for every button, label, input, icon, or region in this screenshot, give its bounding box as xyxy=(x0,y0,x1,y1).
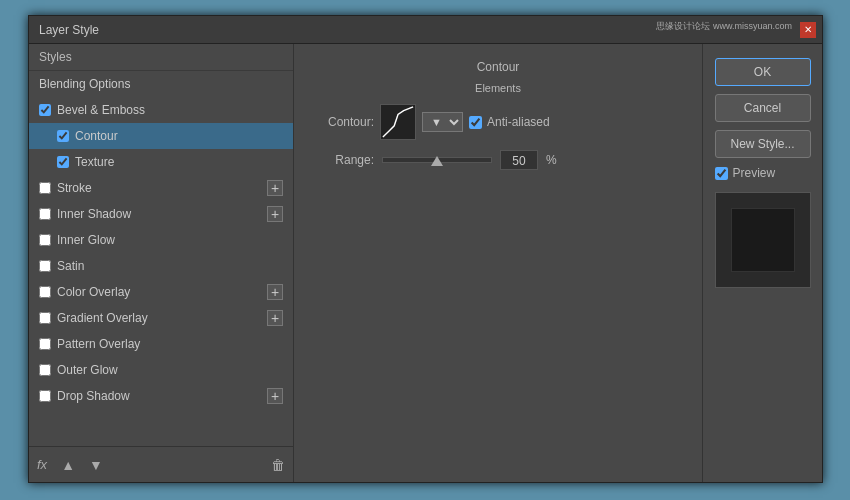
blending-options-label: Blending Options xyxy=(39,77,283,91)
section-title: Contour xyxy=(314,60,682,74)
range-slider-track[interactable] xyxy=(382,157,492,163)
pattern-overlay-checkbox[interactable] xyxy=(39,338,51,350)
range-slider-thumb xyxy=(431,156,443,166)
anti-alias-row: Anti-aliased xyxy=(469,115,550,129)
range-slider-container xyxy=(382,157,492,163)
color-overlay-checkbox[interactable] xyxy=(39,286,51,298)
inner-shadow-plus-button[interactable]: + xyxy=(267,206,283,222)
color-overlay-label: Color Overlay xyxy=(57,285,267,299)
new-style-button[interactable]: New Style... xyxy=(715,130,811,158)
drop-shadow-checkbox[interactable] xyxy=(39,390,51,402)
gradient-overlay-checkbox[interactable] xyxy=(39,312,51,324)
dialog-body: Styles Blending Options Bevel & Emboss C… xyxy=(29,44,822,482)
inner-shadow-label: Inner Shadow xyxy=(57,207,267,221)
contour-field-label: Contour: xyxy=(314,115,374,129)
inner-glow-checkbox[interactable] xyxy=(39,234,51,246)
close-button[interactable]: ✕ xyxy=(800,22,816,38)
sidebar-item-pattern-overlay[interactable]: Pattern Overlay xyxy=(29,331,293,357)
layer-style-dialog: Layer Style 思缘设计论坛 www.missyuan.com ✕ St… xyxy=(28,15,823,483)
contour-thumbnail[interactable] xyxy=(380,104,416,140)
drop-shadow-label: Drop Shadow xyxy=(57,389,267,403)
outer-glow-checkbox[interactable] xyxy=(39,364,51,376)
title-bar: Layer Style 思缘设计论坛 www.missyuan.com ✕ xyxy=(29,16,822,44)
bevel-emboss-checkbox[interactable] xyxy=(39,104,51,116)
cancel-button[interactable]: Cancel xyxy=(715,94,811,122)
texture-label: Texture xyxy=(75,155,283,169)
sidebar-item-gradient-overlay[interactable]: Gradient Overlay + xyxy=(29,305,293,331)
sidebar-item-inner-glow[interactable]: Inner Glow xyxy=(29,227,293,253)
range-row: Range: 50 % xyxy=(314,150,682,170)
outer-glow-label: Outer Glow xyxy=(57,363,283,377)
preview-inner xyxy=(731,208,795,272)
gradient-overlay-label: Gradient Overlay xyxy=(57,311,267,325)
bottom-toolbar: fx ▲ ▼ 🗑 xyxy=(29,446,293,482)
preview-checkbox[interactable] xyxy=(715,167,728,180)
sidebar-item-satin[interactable]: Satin xyxy=(29,253,293,279)
range-field-label: Range: xyxy=(314,153,374,167)
layer-list: Blending Options Bevel & Emboss Contour … xyxy=(29,71,293,446)
anti-aliased-checkbox[interactable] xyxy=(469,116,482,129)
contour-label-item: Contour xyxy=(75,129,283,143)
inner-glow-label: Inner Glow xyxy=(57,233,283,247)
ok-button[interactable]: OK xyxy=(715,58,811,86)
sidebar-item-color-overlay[interactable]: Color Overlay + xyxy=(29,279,293,305)
color-overlay-plus-button[interactable]: + xyxy=(267,284,283,300)
sidebar-item-inner-shadow[interactable]: Inner Shadow + xyxy=(29,201,293,227)
drop-shadow-plus-button[interactable]: + xyxy=(267,388,283,404)
sidebar-item-blending-options[interactable]: Blending Options xyxy=(29,71,293,97)
satin-label: Satin xyxy=(57,259,283,273)
watermark: 思缘设计论坛 www.missyuan.com xyxy=(656,20,792,33)
sidebar-item-drop-shadow[interactable]: Drop Shadow + xyxy=(29,383,293,409)
texture-checkbox[interactable] xyxy=(57,156,69,168)
gradient-overlay-plus-button[interactable]: + xyxy=(267,310,283,326)
dialog-title: Layer Style xyxy=(39,23,99,37)
stroke-label: Stroke xyxy=(57,181,267,195)
preview-label: Preview xyxy=(733,166,776,180)
move-down-button[interactable]: ▼ xyxy=(85,455,107,475)
contour-row: Contour: ▼ Anti-aliased xyxy=(314,104,682,140)
move-up-button[interactable]: ▲ xyxy=(57,455,79,475)
left-panel: Styles Blending Options Bevel & Emboss C… xyxy=(29,44,294,482)
stroke-checkbox[interactable] xyxy=(39,182,51,194)
stroke-plus-button[interactable]: + xyxy=(267,180,283,196)
section-subtitle: Elements xyxy=(314,82,682,94)
center-panel: Contour Elements Contour: ▼ Anti-aliased xyxy=(294,44,702,482)
contour-checkbox[interactable] xyxy=(57,130,69,142)
sidebar-item-stroke[interactable]: Stroke + xyxy=(29,175,293,201)
bevel-emboss-label: Bevel & Emboss xyxy=(57,103,283,117)
sidebar-item-texture[interactable]: Texture xyxy=(29,149,293,175)
delete-button[interactable]: 🗑 xyxy=(271,457,285,473)
sidebar-item-contour[interactable]: Contour xyxy=(29,123,293,149)
pattern-overlay-label: Pattern Overlay xyxy=(57,337,283,351)
sidebar-item-outer-glow[interactable]: Outer Glow xyxy=(29,357,293,383)
styles-header: Styles xyxy=(29,44,293,71)
preview-box xyxy=(715,192,811,288)
fx-label: fx xyxy=(37,457,47,472)
preview-check-row: Preview xyxy=(715,166,811,180)
anti-aliased-label: Anti-aliased xyxy=(487,115,550,129)
sidebar-item-bevel-emboss[interactable]: Bevel & Emboss xyxy=(29,97,293,123)
right-panel: OK Cancel New Style... Preview xyxy=(702,44,822,482)
contour-dropdown[interactable]: ▼ xyxy=(422,112,463,132)
range-percent-label: % xyxy=(546,153,557,167)
range-value-input[interactable]: 50 xyxy=(500,150,538,170)
satin-checkbox[interactable] xyxy=(39,260,51,272)
inner-shadow-checkbox[interactable] xyxy=(39,208,51,220)
